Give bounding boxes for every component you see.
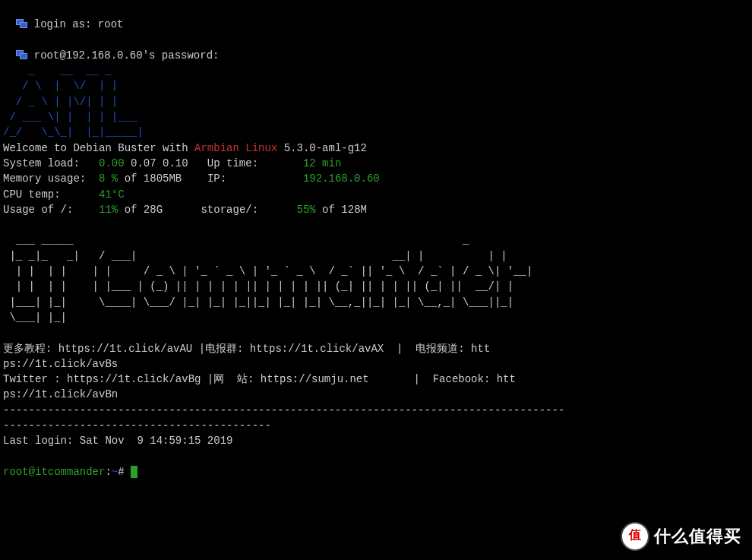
watermark-badge-icon: 值 xyxy=(622,524,648,549)
watermark-text: 什么值得买 xyxy=(654,524,741,549)
links-line-1: 更多教程: https://1t.click/avAU |电报群: https:… xyxy=(3,341,749,356)
last-login: Last login: Sat Nov 9 14:59:15 2019 xyxy=(3,433,749,448)
ascii-aml-banner: _ __ __ _ / \ | \/ | | / _ \ | |\/| | | … xyxy=(3,63,749,140)
shell-prompt[interactable]: root@itcommander:~# xyxy=(3,464,749,479)
watermark: 值 什么值得买 xyxy=(622,524,741,549)
links-line-2: ps://1t.click/avBs xyxy=(3,356,749,372)
divider-1: ----------------------------------------… xyxy=(3,403,749,418)
ssh-icon xyxy=(16,50,27,59)
prompt-user-host: root@itcommander xyxy=(3,466,105,478)
ssh-icon xyxy=(16,19,27,27)
cursor xyxy=(131,466,137,478)
login-line: login as: root xyxy=(3,2,749,33)
links-line-4: ps://1t.click/avBn xyxy=(3,387,749,402)
prompt-path: ~ xyxy=(112,466,118,478)
password-line: root@192.168.0.60's password: xyxy=(3,33,749,64)
ascii-itcommander-banner: ___ _____ _ |_ _|_ _| / ___| __| | | | |… xyxy=(3,233,749,325)
system-stats: System load: 0.00 0.07 0.10 Up time: 12 … xyxy=(3,156,749,217)
welcome-line: Welcome to Debian Buster with Armbian Li… xyxy=(3,141,749,156)
links-line-3: Twitter : https://1t.click/avBg |网 站: ht… xyxy=(3,372,749,387)
divider-2: ----------------------------------------… xyxy=(3,418,749,433)
